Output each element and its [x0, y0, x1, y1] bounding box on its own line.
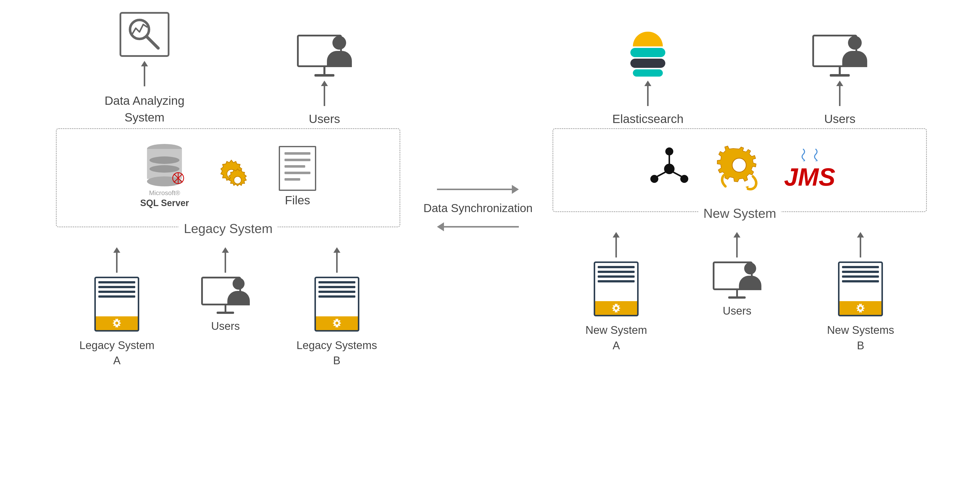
elastic-logo: [625, 32, 670, 76]
users-bottom-left: Users: [201, 247, 250, 332]
right-bottom-sources: New System A: [552, 212, 927, 353]
diagram: Data Analyzing System: [0, 0, 980, 491]
legacy-system-b: Legacy Systems B: [296, 247, 377, 368]
activemq-svg: [714, 144, 764, 194]
new-a-label: New System A: [585, 323, 647, 353]
elasticsearch-output: Elasticsearch: [612, 32, 684, 126]
monitor-user-icon-left: [297, 35, 352, 76]
jms-icon: JMS: [784, 149, 835, 189]
kafka-icon: [644, 144, 694, 194]
java-wave-1: [798, 149, 808, 161]
legacy-box-items: Microsoft® SQL Server: [76, 144, 380, 209]
sql-server-icon: Microsoft® SQL Server: [140, 144, 189, 209]
sql-brand: SQL Server: [140, 197, 189, 209]
kafka-svg: [644, 144, 694, 194]
server-b-icon: [315, 276, 360, 332]
sql-label: Microsoft® SQL Server: [140, 189, 189, 209]
legacy-system-box: Microsoft® SQL Server: [56, 128, 400, 227]
svg-point-11: [665, 148, 673, 156]
data-analyzing-output: Data Analyzing System: [105, 12, 185, 126]
left-bottom-sources: Legacy System A: [56, 227, 400, 368]
monitor-user-icon-right: [812, 35, 867, 76]
svg-point-12: [680, 175, 688, 183]
legacy-a-label: Legacy System A: [80, 338, 154, 368]
magnifier-icon: [126, 16, 163, 53]
legacy-box-label: Legacy System: [179, 221, 278, 236]
gears-icon: [209, 151, 259, 201]
users-top-right-output: Users: [812, 35, 867, 126]
users-top-right-label: Users: [824, 112, 856, 126]
gear-server-icon: [112, 318, 122, 328]
svg-line-16: [657, 172, 665, 176]
legacy-system-a: Legacy System A: [80, 247, 154, 368]
files-icon: Files: [279, 146, 316, 207]
files-label: Files: [285, 193, 310, 207]
activemq-icon: [714, 144, 764, 194]
svg-point-13: [650, 175, 658, 183]
svg-line-15: [673, 172, 681, 176]
gear-new-a-icon: [611, 303, 621, 313]
analyze-label: Data Analyzing System: [105, 92, 185, 126]
right-top-outputs: Elasticsearch: [548, 33, 932, 128]
svg-point-19: [859, 307, 862, 310]
gear-new-b-icon: [856, 303, 865, 313]
users-bottom-right: Users: [713, 232, 761, 317]
server-new-a-icon: [594, 261, 639, 316]
users-bottom-left-label: Users: [211, 320, 240, 332]
gear-server-b-icon: [332, 318, 342, 328]
svg-point-8: [115, 322, 118, 324]
sync-area: Data Synchronization: [418, 185, 538, 306]
svg-point-10: [664, 164, 674, 174]
legacy-b-label: Legacy Systems B: [296, 338, 377, 368]
users-top-left-label: Users: [309, 112, 340, 126]
arrow-up-users-left: [321, 81, 328, 106]
jms-text: JMS: [784, 164, 835, 189]
new-system-b: New Systems B: [827, 232, 894, 353]
svg-point-7: [234, 176, 241, 184]
new-system-box: JMS New System: [552, 128, 927, 212]
arrow-left: [437, 222, 519, 231]
java-wave-2: [811, 149, 821, 161]
svg-point-18: [615, 307, 618, 310]
monitor-user-bottom-right: [713, 261, 761, 299]
arrow-right: [437, 185, 519, 194]
new-system-label: New System: [698, 206, 781, 221]
new-box-items: JMS: [573, 144, 906, 194]
left-top-outputs: Data Analyzing System: [48, 33, 408, 128]
svg-line-1: [147, 37, 158, 48]
sql-logo: [172, 172, 185, 184]
monitor-user-bottom-left: [201, 276, 250, 314]
users-top-left-output: Users: [297, 35, 352, 126]
svg-point-9: [336, 322, 338, 324]
sync-label: Data Synchronization: [423, 201, 533, 215]
new-b-label: New Systems B: [827, 323, 894, 353]
server-new-b-icon: [838, 261, 883, 316]
analyze-icon: [119, 12, 169, 57]
new-system-a: New System A: [585, 232, 647, 353]
gears-svg: [209, 151, 259, 201]
left-column: Data Analyzing System: [48, 33, 408, 458]
arrow-up-analyze: [141, 61, 148, 86]
right-column: Elasticsearch: [548, 33, 932, 458]
users-bottom-right-label: Users: [723, 305, 751, 317]
server-a-icon: [94, 276, 139, 332]
svg-point-17: [732, 158, 746, 172]
elasticsearch-label: Elasticsearch: [612, 112, 684, 126]
